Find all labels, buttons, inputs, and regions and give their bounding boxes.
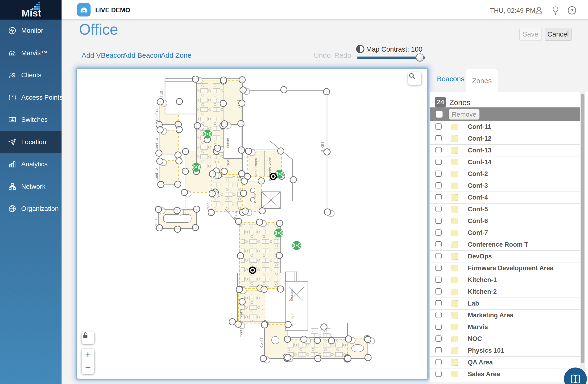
- beacon-marker[interactable]: [270, 173, 276, 180]
- sidebar-item-clients[interactable]: Clients: [0, 64, 62, 86]
- zone-vertex[interactable]: [301, 336, 307, 343]
- sidebar-item-organization[interactable]: Organization: [0, 198, 62, 220]
- zone-vertex[interactable]: [239, 77, 245, 83]
- zone-vertex[interactable]: [157, 99, 164, 105]
- zone-vertex[interactable]: [182, 168, 189, 175]
- zone-vertex[interactable]: [365, 336, 371, 343]
- zone-vertex[interactable]: [345, 336, 352, 342]
- zone-vertex[interactable]: [239, 171, 245, 177]
- zone-vertex[interactable]: [236, 286, 243, 293]
- zone-vertex[interactable]: [176, 158, 182, 164]
- zone-vertex[interactable]: [315, 356, 321, 362]
- zone-vertex[interactable]: [260, 356, 267, 362]
- zone-row[interactable]: NOC: [430, 333, 580, 345]
- zone-vertex[interactable]: [256, 219, 263, 225]
- zone-vertex[interactable]: [235, 218, 242, 225]
- zone-checkbox[interactable]: [436, 135, 441, 141]
- map-contrast-slider[interactable]: [357, 57, 425, 59]
- zone-vertex[interactable]: [290, 177, 296, 183]
- zone-row[interactable]: Kitchen-2: [430, 286, 580, 298]
- zone-checkbox[interactable]: [436, 324, 441, 330]
- account-icon[interactable]: [534, 5, 544, 16]
- zone-vertex[interactable]: [314, 337, 321, 344]
- zone-row[interactable]: DevOps: [430, 251, 580, 263]
- zone-checkbox[interactable]: [436, 288, 441, 294]
- zone-vertex[interactable]: [321, 324, 327, 330]
- zone-checkbox[interactable]: [436, 371, 441, 377]
- zone-vertex[interactable]: [284, 336, 291, 343]
- panel-scrollbar-thumb[interactable]: [581, 94, 585, 363]
- zoom-in-button[interactable]: +: [82, 349, 94, 361]
- zone-vertex[interactable]: [176, 126, 183, 133]
- map-search-button[interactable]: [408, 72, 421, 85]
- zone-vertex[interactable]: [229, 319, 235, 325]
- zone-row[interactable]: Lab: [430, 298, 580, 310]
- vbeacon-marker[interactable]: [203, 130, 212, 139]
- floorplan-map[interactable]: Conf 15Conf 14Conf 13Conf 12Conf 11Lab 1…: [77, 69, 427, 379]
- zone-vertex[interactable]: [209, 171, 216, 177]
- zone-vertex[interactable]: [192, 76, 199, 82]
- zone-row[interactable]: QA Area: [430, 357, 580, 368]
- zone-checkbox[interactable]: [436, 194, 441, 200]
- sidebar-item-analytics[interactable]: Analytics: [0, 153, 62, 176]
- zone-vertex[interactable]: [214, 145, 221, 151]
- zone-vertex[interactable]: [240, 190, 247, 197]
- zone-row[interactable]: Kitchen-1: [430, 274, 580, 286]
- zone-vertex[interactable]: [192, 224, 199, 231]
- zone-vertex[interactable]: [328, 338, 335, 344]
- zone-vertex[interactable]: [324, 209, 331, 215]
- zone-vertex[interactable]: [176, 99, 183, 105]
- sidebar-item-switches[interactable]: Switches: [0, 109, 62, 131]
- zone-vertex[interactable]: [345, 356, 351, 362]
- add-zone-link[interactable]: Add Zone: [161, 51, 191, 59]
- zone-vertex[interactable]: [276, 220, 283, 227]
- zone-checkbox[interactable]: [436, 229, 441, 236]
- zone-vertex[interactable]: [238, 147, 245, 153]
- zone-row[interactable]: Marvis: [430, 321, 580, 333]
- zone-row[interactable]: Sales Area: [430, 368, 580, 380]
- zone-vertex[interactable]: [208, 209, 214, 216]
- zone-checkbox[interactable]: [436, 147, 441, 153]
- redo-button[interactable]: Redo: [334, 51, 351, 59]
- zone-vertex[interactable]: [209, 190, 215, 197]
- zone-checkbox[interactable]: [436, 123, 441, 130]
- zone-checkbox[interactable]: [436, 182, 441, 188]
- zone-row[interactable]: Firmware Development Area: [430, 263, 580, 274]
- zone-vertex[interactable]: [240, 87, 246, 93]
- zone-row[interactable]: Conf-7: [430, 227, 580, 239]
- zone-checkbox[interactable]: [436, 335, 441, 342]
- zone-vertex[interactable]: [242, 208, 249, 214]
- map-contrast-slider-thumb[interactable]: [416, 54, 424, 61]
- help-icon[interactable]: ?: [567, 5, 577, 16]
- zone-row[interactable]: Conf-12: [430, 133, 580, 145]
- zone-vertex[interactable]: [285, 354, 291, 361]
- remove-button[interactable]: Remove: [449, 109, 480, 120]
- zone-row[interactable]: Conference Room T: [430, 239, 580, 251]
- zone-vertex[interactable]: [239, 100, 245, 106]
- zone-checkbox[interactable]: [436, 359, 441, 365]
- zone-vertex[interactable]: [174, 226, 181, 233]
- zone-checkbox[interactable]: [436, 159, 441, 165]
- save-button[interactable]: Save: [519, 28, 542, 40]
- zone-row[interactable]: Conf-2: [430, 168, 580, 180]
- zone-vertex[interactable]: [238, 121, 244, 127]
- zone-vertex[interactable]: [239, 299, 245, 305]
- zone-vertex[interactable]: [241, 178, 248, 184]
- zone-vertex[interactable]: [323, 89, 330, 95]
- zone-vertex[interactable]: [235, 321, 241, 327]
- vbeacon-marker[interactable]: [274, 228, 283, 238]
- mist-logo[interactable]: Mist: [0, 0, 62, 20]
- zone-row[interactable]: Marketing Area: [430, 310, 580, 321]
- zone-row[interactable]: Physics 101: [430, 345, 580, 357]
- zone-vertex[interactable]: [175, 152, 181, 158]
- zone-vertex[interactable]: [324, 149, 330, 155]
- zone-checkbox[interactable]: [436, 171, 441, 177]
- undo-button[interactable]: Undo: [314, 51, 331, 59]
- sidebar-item-marvis-[interactable]: Marvis™: [0, 42, 62, 64]
- zone-vertex[interactable]: [156, 150, 162, 156]
- zone-vertex[interactable]: [155, 206, 162, 213]
- zone-row[interactable]: Conf-13: [430, 145, 580, 156]
- zone-row[interactable]: Conf-5: [430, 203, 580, 215]
- add-beacon-link[interactable]: Add Beacon: [123, 51, 161, 59]
- zone-vertex[interactable]: [258, 178, 265, 184]
